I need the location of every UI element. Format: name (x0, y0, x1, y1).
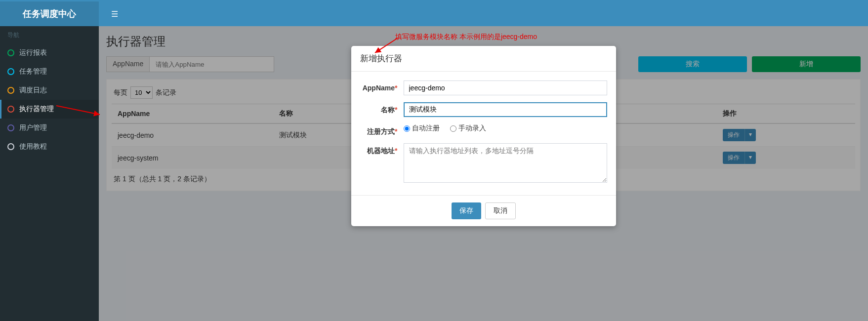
sidebar-item-label: 用户管理 (19, 123, 47, 132)
save-button[interactable]: 保存 (452, 202, 481, 219)
annotation-arrow-icon (373, 36, 403, 57)
svg-line-0 (375, 38, 398, 53)
reg-auto-radio[interactable] (404, 125, 410, 132)
circle-icon (7, 49, 14, 56)
circle-icon (7, 124, 14, 131)
cancel-button[interactable]: 取消 (485, 202, 516, 219)
appname-label: AppName (363, 84, 395, 92)
main-wrapper: 导航 运行报表任务管理调度日志执行器管理用户管理使用教程 执行器管理 AppNa… (0, 26, 868, 321)
sidebar-item-0[interactable]: 运行报表 (0, 43, 99, 62)
annotation-hint: 填写微服务模块名称 本示例用的是jeecg-demo (395, 33, 537, 41)
sidebar-item-2[interactable]: 调度日志 (0, 81, 99, 100)
sidebar-item-5[interactable]: 使用教程 (0, 137, 99, 156)
sidebar-item-label: 使用教程 (19, 142, 47, 151)
reg-label: 注册方式 (367, 127, 395, 135)
content: 执行器管理 AppName 搜索 搜索 新增 每页 10 条记录 AppName… (99, 26, 868, 321)
sidebar-item-label: 调度日志 (19, 86, 47, 95)
circle-icon (7, 68, 14, 75)
header: 任务调度中心 ☰ (0, 1, 868, 26)
nav-header: 导航 (0, 26, 99, 43)
sidebar-item-label: 运行报表 (19, 48, 47, 57)
add-executor-modal: 新增执行器 AppName* 名称* 注册方式* 自动注册 手动录入 (351, 46, 616, 226)
navbar: ☰ (99, 1, 868, 26)
circle-icon (7, 106, 14, 113)
reg-manual-radio[interactable] (450, 125, 456, 132)
reg-auto-option[interactable]: 自动注册 (404, 124, 440, 133)
sidebar-item-4[interactable]: 用户管理 (0, 119, 99, 137)
required-mark: * (395, 127, 397, 135)
required-mark: * (395, 147, 397, 155)
required-mark: * (395, 106, 397, 114)
required-mark: * (395, 84, 397, 92)
circle-icon (7, 143, 14, 150)
hamburger-icon[interactable]: ☰ (106, 4, 123, 24)
sidebar-item-label: 执行器管理 (19, 105, 54, 114)
circle-icon (7, 87, 14, 94)
reg-manual-option[interactable]: 手动录入 (450, 124, 486, 133)
sidebar-item-1[interactable]: 任务管理 (0, 62, 99, 81)
svg-line-1 (56, 106, 100, 115)
appname-input[interactable] (404, 80, 607, 95)
addr-label: 机器地址 (367, 147, 395, 155)
annotation-sidebar-arrow-icon (54, 104, 104, 120)
name-label: 名称 (381, 106, 395, 114)
sidebar-item-label: 任务管理 (19, 67, 47, 76)
logo[interactable]: 任务调度中心 (0, 1, 99, 26)
name-input[interactable] (404, 102, 607, 117)
addr-textarea[interactable] (404, 143, 607, 183)
sidebar: 导航 运行报表任务管理调度日志执行器管理用户管理使用教程 (0, 26, 99, 321)
